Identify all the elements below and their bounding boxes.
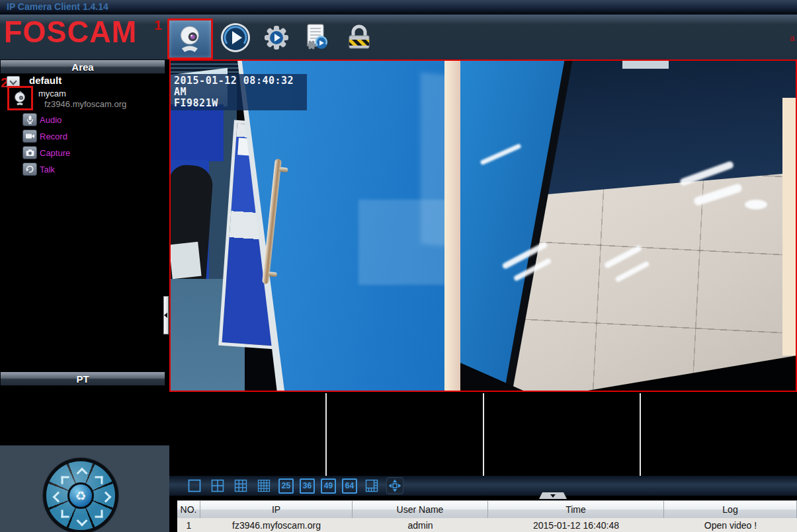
lock-icon [343, 22, 375, 54]
camera-node-icon [12, 90, 29, 107]
tree-action-record[interactable]: Record [22, 129, 142, 143]
pt-left-arrow[interactable] [53, 492, 64, 503]
title-bar: IP Camera Client 1.4.14 [0, 0, 797, 15]
column-header-log: Log [664, 501, 797, 518]
pt-up-left-arrow[interactable] [62, 476, 69, 484]
snapshot-icon [22, 146, 37, 159]
live-video-cell[interactable]: 2015-01-12 08:40:32 AM FI9821W [169, 59, 797, 392]
log-table-row[interactable]: 1 fz3946.myfoscam.org admin 2015-01-12 1… [177, 518, 797, 532]
foscam-logo: FOSCAM [4, 13, 137, 50]
log-document-icon [302, 22, 333, 54]
video-cell-2[interactable] [169, 393, 325, 476]
layout-25-view-button[interactable]: 25 [278, 478, 294, 494]
osd-timestamp: 2015-01-12 08:40:32 AM [174, 75, 304, 98]
log-panel-collapse-tab[interactable] [539, 492, 567, 499]
ip-camera-client-window: IP Camera Client 1.4.14 FOSCAM 1 a [0, 0, 797, 532]
tree-action-capture[interactable]: Capture [22, 145, 142, 160]
tree-action-talk[interactable]: Talk [22, 162, 142, 176]
cruise-icon: ♻ [75, 488, 86, 504]
layout-1-view-button[interactable] [186, 477, 203, 494]
osd-camera-model: FI9821W [174, 98, 304, 109]
log-cell-time: 2015-01-12 16:40:48 [488, 518, 664, 532]
layout-64-view-button[interactable]: 64 [342, 478, 357, 494]
tree-action-audio[interactable]: Audio [22, 112, 142, 127]
microphone-icon [22, 113, 37, 126]
log-button[interactable] [300, 20, 335, 55]
area-panel-header: Area [0, 59, 165, 74]
thumbnail-strip [169, 393, 797, 476]
layout-4-view-button[interactable] [209, 477, 226, 494]
layout-49-view-button[interactable]: 49 [321, 478, 336, 494]
window-title: IP Camera Client 1.4.14 [7, 1, 108, 12]
playback-button[interactable] [218, 20, 253, 55]
column-header-username: User Name [353, 501, 488, 518]
column-header-ip: IP [200, 501, 353, 518]
pt-down-left-arrow[interactable] [62, 510, 69, 517]
log-cell-no: 1 [177, 518, 200, 532]
pt-up-arrow[interactable] [77, 468, 88, 479]
column-header-time: Time [488, 501, 664, 518]
camcorder-icon [22, 130, 37, 143]
annotation-step-1: 1 [154, 17, 162, 33]
tree-action-label: Capture [40, 148, 70, 158]
pt-panel-header: PT [0, 371, 165, 386]
playback-icon [220, 22, 251, 54]
pan-tilt-wheel[interactable]: ♻ [46, 461, 115, 530]
tree-camera-name[interactable]: mycam [38, 89, 66, 98]
log-cell-username: admin [353, 518, 488, 532]
column-header-no: NO. [177, 501, 200, 518]
chevron-down-icon [9, 77, 17, 85]
settings-button[interactable] [259, 20, 294, 55]
video-cell-3[interactable] [327, 393, 483, 476]
pt-cruise-button[interactable]: ♻ [67, 482, 94, 509]
log-table: NO. IP User Name Time Log 1 fz3946.myfos… [177, 500, 797, 532]
fullscreen-button[interactable] [386, 477, 403, 494]
lock-button[interactable] [342, 20, 376, 55]
tree-group-default[interactable]: default [29, 75, 62, 86]
pt-control-panel: ♻ Track Horizontal z [0, 445, 169, 532]
layout-36-view-button[interactable]: 36 [300, 478, 315, 494]
annotation-letter-a: a [790, 33, 794, 43]
talk-icon [22, 163, 37, 176]
webcam-icon [176, 24, 205, 54]
pt-down-arrow[interactable] [77, 515, 88, 527]
pt-up-right-arrow[interactable] [95, 476, 103, 484]
main-toolbar: FOSCAM 1 a [0, 15, 797, 59]
log-cell-log: Open video ! [664, 518, 797, 532]
layout-16-view-button[interactable] [255, 477, 273, 494]
live-view-button[interactable] [167, 19, 213, 59]
tree-action-label: Audio [40, 115, 62, 125]
collapse-down-arrow-icon [550, 494, 556, 498]
sidebar: Area 2 default mycam fz3946.myfoscam.org [0, 59, 169, 532]
tree-action-label: Record [40, 132, 67, 141]
collapse-left-arrow-icon [164, 313, 167, 318]
pt-down-right-arrow[interactable] [95, 510, 103, 517]
layout-9-view-button[interactable] [232, 477, 249, 494]
video-cell-4[interactable] [484, 393, 640, 476]
tree-camera-address[interactable]: fz3946.myfoscam.org [44, 99, 126, 109]
layout-mixed-view-button[interactable] [363, 477, 380, 494]
video-osd-overlay: 2015-01-12 08:40:32 AM FI9821W [171, 74, 307, 110]
gear-icon [261, 22, 292, 54]
log-table-header: NO. IP User Name Time Log [177, 500, 797, 518]
tree-action-label: Talk [40, 165, 55, 174]
sidebar-collapse-handle[interactable] [163, 296, 169, 334]
log-cell-ip: fz3946.myfoscam.org [200, 518, 353, 532]
pt-right-arrow[interactable] [101, 492, 112, 503]
screen-layout-bar: 25 36 49 64 [169, 476, 797, 496]
video-cell-5[interactable] [641, 393, 797, 476]
camera-tree-icon-highlight[interactable] [7, 86, 33, 110]
